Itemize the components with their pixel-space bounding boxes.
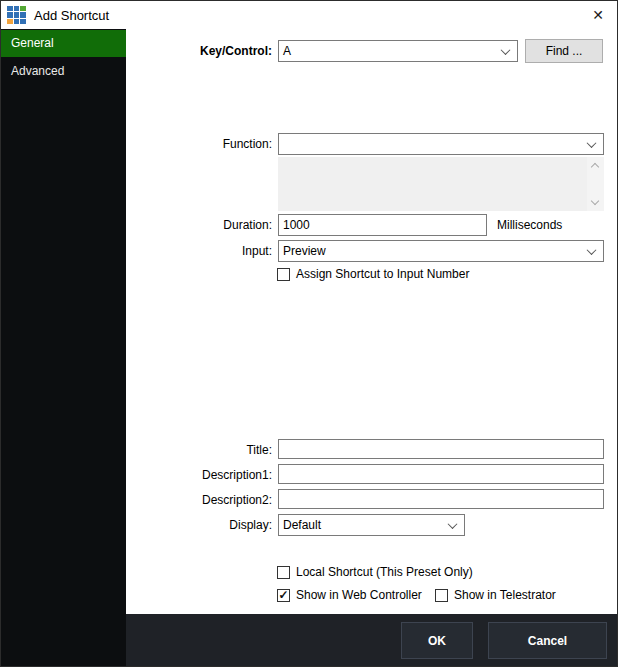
description2-label: Description2: — [126, 492, 272, 508]
title-input[interactable] — [278, 439, 604, 459]
scrollbar[interactable] — [587, 157, 604, 211]
assign-input-number-label: Assign Shortcut to Input Number — [296, 267, 469, 281]
app-grid-cell — [14, 12, 20, 18]
checkbox-icon[interactable] — [277, 566, 290, 579]
key-control-value: A — [283, 44, 291, 58]
chevron-down-icon — [501, 45, 511, 55]
cancel-button[interactable]: Cancel — [488, 622, 607, 659]
function-select[interactable] — [278, 133, 604, 155]
assign-input-number-checkbox[interactable]: Assign Shortcut to Input Number — [277, 267, 469, 281]
function-description-panel — [278, 157, 604, 211]
tab-advanced[interactable]: Advanced — [1, 57, 126, 86]
app-grid-cell — [20, 6, 26, 12]
app-grid-cell — [20, 12, 26, 18]
duration-label: Duration: — [126, 217, 272, 233]
title-bar: Add Shortcut ✕ — [1, 1, 617, 29]
ok-button[interactable]: OK — [401, 622, 473, 659]
scroll-up-icon[interactable] — [591, 163, 599, 171]
input-value: Preview — [283, 244, 326, 258]
checkbox-icon[interactable] — [435, 589, 448, 602]
app-grid-cell — [7, 6, 13, 12]
description2-input[interactable] — [278, 489, 604, 509]
input-label: Input: — [126, 243, 272, 259]
function-label: Function: — [126, 136, 272, 152]
title-label: Title: — [126, 442, 272, 458]
app-grid-cell — [7, 12, 13, 18]
app-grid-icon — [7, 6, 26, 25]
window-title: Add Shortcut — [34, 8, 109, 23]
chevron-down-icon — [587, 138, 597, 148]
app-grid-cell — [7, 19, 13, 25]
chevron-down-icon — [448, 519, 458, 529]
sidebar: General Advanced — [1, 29, 126, 666]
description1-input[interactable] — [278, 464, 604, 484]
telestrator-checkbox[interactable]: Show in Telestrator — [435, 588, 556, 602]
find-button[interactable]: Find ... — [525, 39, 603, 63]
checkbox-checked-icon[interactable]: ✓ — [277, 589, 290, 602]
chevron-down-icon — [587, 245, 597, 255]
app-grid-cell — [14, 19, 20, 25]
display-value: Default — [283, 518, 321, 532]
web-controller-checkbox[interactable]: ✓ Show in Web Controller — [277, 588, 422, 602]
duration-input[interactable] — [278, 214, 487, 236]
checkbox-icon[interactable] — [277, 268, 290, 281]
web-controller-label: Show in Web Controller — [296, 588, 422, 602]
app-grid-cell — [20, 19, 26, 25]
app-grid-cell — [14, 6, 20, 12]
display-select[interactable]: Default — [278, 514, 465, 536]
local-shortcut-label: Local Shortcut (This Preset Only) — [296, 565, 473, 579]
milliseconds-label: Milliseconds — [497, 217, 562, 233]
scroll-down-icon[interactable] — [591, 197, 599, 205]
close-icon[interactable]: ✕ — [587, 5, 609, 25]
local-shortcut-checkbox[interactable]: Local Shortcut (This Preset Only) — [277, 565, 473, 579]
input-select[interactable]: Preview — [278, 240, 604, 262]
description1-label: Description1: — [126, 467, 272, 483]
display-label: Display: — [126, 517, 272, 533]
telestrator-label: Show in Telestrator — [454, 588, 556, 602]
key-control-select[interactable]: A — [278, 40, 518, 62]
dialog-footer: OK Cancel — [126, 614, 617, 667]
tab-general[interactable]: General — [1, 30, 126, 57]
add-shortcut-dialog: Add Shortcut ✕ General Advanced Key/Cont… — [0, 0, 618, 667]
key-control-label: Key/Control: — [126, 43, 272, 59]
general-panel: Key/Control: A Find ... Function: — [126, 29, 617, 614]
